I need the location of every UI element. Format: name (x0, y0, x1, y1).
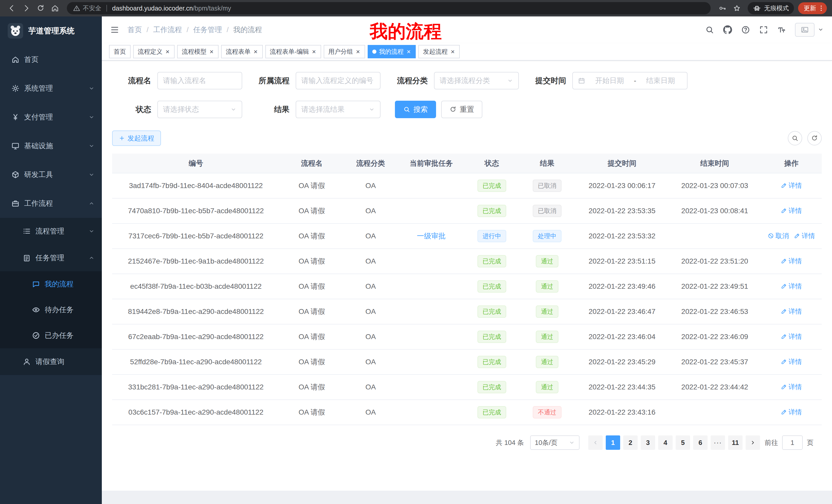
reset-button[interactable]: 重置 (441, 101, 482, 118)
cell-actions: 详情 (761, 173, 822, 198)
breadcrumb-home[interactable]: 首页 (128, 25, 142, 35)
tab-close-icon[interactable]: × (253, 48, 258, 55)
tab-item[interactable]: 流程表单-编辑× (265, 45, 321, 58)
browser-reload-button[interactable] (34, 2, 47, 15)
sidebar-collapse-button[interactable] (110, 25, 119, 34)
detail-link[interactable]: 详情 (794, 231, 815, 241)
update-button[interactable]: 更新 (798, 2, 827, 14)
tab-item[interactable]: 首页 (109, 45, 131, 58)
sidebar-item-workflow[interactable]: 工作流程 (0, 189, 102, 218)
sidebar-item-done-tasks[interactable]: 已办任务 (0, 323, 102, 348)
pager-page-5[interactable]: 5 (676, 436, 690, 450)
avatar[interactable] (795, 23, 814, 37)
tab-item[interactable]: 用户分组× (324, 45, 365, 58)
tab-item[interactable]: 我的流程× (368, 45, 416, 58)
bookmark-star-icon[interactable] (730, 2, 744, 15)
detail-link[interactable]: 详情 (781, 307, 802, 316)
search-button-label: 搜索 (413, 105, 428, 114)
tab-close-icon[interactable]: × (356, 48, 361, 55)
pager-page-6[interactable]: 6 (693, 436, 707, 450)
detail-link[interactable]: 详情 (781, 206, 802, 215)
process-name-input[interactable]: 请输入流程名 (157, 72, 242, 89)
refresh-table-button[interactable] (807, 131, 822, 145)
toggle-search-button[interactable] (788, 131, 802, 145)
sidebar-item-my-process[interactable]: 我的流程 (0, 271, 102, 297)
jump-page-input[interactable]: 1 (782, 436, 803, 450)
breadcrumb-task-mgmt[interactable]: 任务管理 (193, 25, 222, 35)
sidebar-item-leave-query[interactable]: 请假查询 (0, 348, 102, 375)
tab-close-icon[interactable]: × (312, 48, 316, 55)
pager-page-1[interactable]: 1 (606, 436, 620, 450)
cancel-link[interactable]: 取消 (768, 231, 789, 241)
page-size-select[interactable]: 10条/页 (530, 436, 579, 450)
detail-link[interactable]: 详情 (781, 383, 802, 391)
create-process-button[interactable]: 发起流程 (112, 131, 161, 146)
pager-page-4[interactable]: 4 (658, 436, 673, 450)
help-button[interactable] (741, 25, 750, 34)
search-button[interactable]: 搜索 (395, 101, 436, 118)
process-definition-input[interactable]: 请输入流程定义的编号 (296, 72, 381, 89)
tab-item[interactable]: 流程表单× (221, 45, 262, 58)
fullscreen-button[interactable] (759, 25, 768, 34)
sidebar-item-task-mgmt[interactable]: 任务管理 (0, 245, 102, 271)
jump-page-value: 1 (790, 439, 794, 447)
tab-label: 流程定义 (138, 48, 162, 56)
status-select[interactable]: 请选择状态 (157, 101, 242, 118)
password-key-icon[interactable] (716, 2, 729, 15)
cell-process-name: OA 请假 (280, 299, 344, 324)
current-task-link[interactable]: 一级审批 (417, 232, 446, 240)
fullscreen-icon (759, 25, 768, 34)
browser-back-button[interactable] (5, 2, 19, 15)
next-page-button[interactable] (746, 436, 760, 450)
detail-link[interactable]: 详情 (781, 357, 802, 366)
browser-menu-dots-icon[interactable] (817, 5, 825, 12)
detail-link[interactable]: 详情 (781, 257, 802, 265)
detail-link[interactable]: 详情 (781, 408, 802, 417)
cell-current-task (397, 198, 465, 223)
tab-close-icon[interactable]: × (406, 48, 411, 55)
tab-item[interactable]: 流程模型× (177, 45, 218, 58)
breadcrumb-workflow[interactable]: 工作流程 (153, 25, 182, 35)
sidebar-item-infrastructure[interactable]: 基础设施 (0, 132, 102, 160)
tab-close-icon[interactable]: × (165, 48, 170, 55)
sidebar-item-dev-tools[interactable]: 研发工具 (0, 160, 102, 189)
cell-actions: 取消详情 (761, 223, 822, 249)
tab-item[interactable]: 发起流程× (418, 45, 460, 58)
browser-forward-button[interactable] (20, 2, 33, 15)
status-tag: 已完成 (477, 280, 506, 292)
tab-close-icon[interactable]: × (209, 48, 214, 55)
prev-page-button[interactable] (588, 436, 603, 450)
pager-ellipsis[interactable]: ··· (711, 436, 725, 450)
start-date-placeholder: 开始日期 (588, 76, 631, 86)
navbar-actions (705, 23, 824, 37)
jump-suffix: 页 (807, 438, 813, 447)
detail-link[interactable]: 详情 (781, 332, 802, 341)
pager-page-11[interactable]: 11 (728, 436, 743, 450)
github-link[interactable] (723, 25, 732, 34)
font-size-button[interactable] (777, 25, 786, 34)
table-row: 2152467e-7b9b-11ec-9a1b-acde48001122OA 请… (112, 249, 822, 274)
tab-close-icon[interactable]: × (450, 48, 455, 55)
cell-actions: 详情 (761, 349, 822, 374)
sidebar-item-payment-mgmt[interactable]: 支付管理 (0, 103, 102, 132)
category-select[interactable]: 请选择流程分类 (434, 72, 519, 89)
header-search-button[interactable] (705, 25, 714, 34)
sidebar-item-home[interactable]: 首页 (0, 45, 102, 74)
column-header: 结束时间 (669, 153, 761, 173)
submit-time-range-picker[interactable]: 开始日期 - 结束日期 (572, 72, 687, 89)
sidebar-item-todo-tasks[interactable]: 待办任务 (0, 297, 102, 323)
browser-home-button[interactable] (48, 2, 62, 15)
table-toolbar: 发起流程 (112, 131, 822, 146)
tab-item[interactable]: 流程定义× (133, 45, 175, 58)
detail-link[interactable]: 详情 (781, 282, 802, 291)
address-bar[interactable]: 不安全 dashboard.yudao.iocoder.cn/bpm/task/… (67, 2, 711, 15)
pager-page-2[interactable]: 2 (623, 436, 638, 450)
status-tag: 已完成 (477, 381, 506, 393)
pager-page-3[interactable]: 3 (641, 436, 655, 450)
sidebar-item-system-mgmt[interactable]: 系统管理 (0, 74, 102, 103)
sidebar-item-process-mgmt[interactable]: 流程管理 (0, 218, 102, 245)
result-select[interactable]: 请选择流结果 (296, 101, 381, 118)
avatar-menu-caret[interactable] (817, 24, 824, 34)
detail-link[interactable]: 详情 (781, 181, 802, 190)
app-logo-row[interactable]: 芋道管理系统 (0, 17, 102, 45)
